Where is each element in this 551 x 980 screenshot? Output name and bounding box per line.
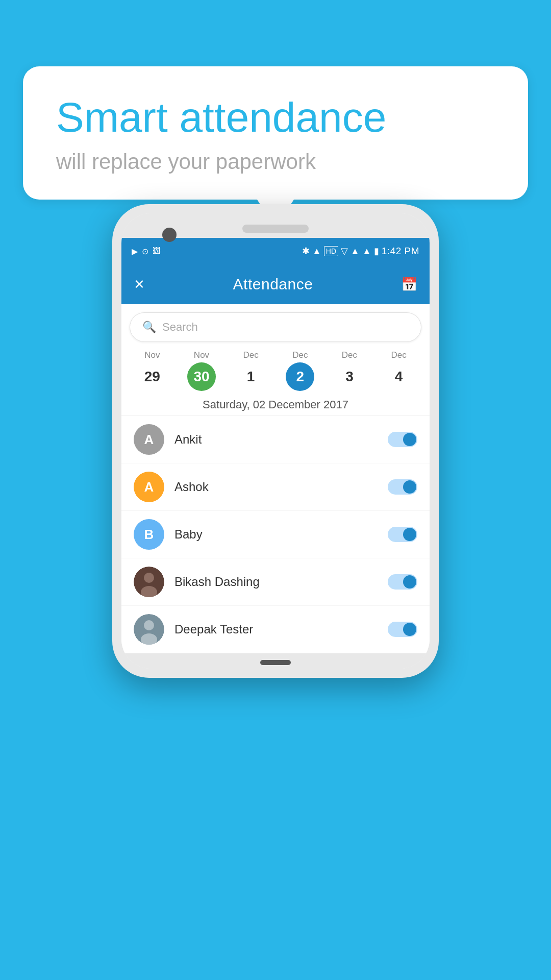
image-icon: 🖼 bbox=[153, 247, 161, 256]
toggle-bikash[interactable] bbox=[388, 574, 417, 590]
cal-day-nov29[interactable]: Nov 29 bbox=[132, 350, 172, 391]
speech-bubble: Smart attendance will replace your paper… bbox=[23, 66, 528, 200]
status-right-icons: ✱ ▲ HD ▽ ▲ ▲ ▮ 1:42 PM bbox=[302, 246, 419, 257]
svg-point-1 bbox=[144, 573, 154, 583]
svg-point-4 bbox=[144, 620, 154, 630]
signal-bars: ▲ bbox=[350, 246, 360, 257]
toggle-ankit[interactable] bbox=[388, 432, 417, 447]
student-name-ashok: Ashok bbox=[174, 480, 378, 494]
student-name-ankit: Ankit bbox=[174, 432, 378, 447]
bluetooth-icon: ✱ bbox=[302, 246, 310, 257]
phone-inner: ▶ ⊙ 🖼 ✱ ▲ HD ▽ ▲ ▲ ▮ 1:42 PM bbox=[121, 213, 430, 669]
search-placeholder: Search bbox=[162, 321, 198, 334]
student-item-deepak: Deepak Tester bbox=[121, 606, 430, 653]
student-item-ankit: A Ankit bbox=[121, 416, 430, 463]
signal-bars-2: ▲ bbox=[362, 246, 371, 257]
cal-day-nov30[interactable]: Nov 30 bbox=[181, 350, 222, 391]
student-item-baby: B Baby bbox=[121, 511, 430, 558]
app-title: Attendance bbox=[233, 276, 313, 293]
phone: ▶ ⊙ 🖼 ✱ ▲ HD ▽ ▲ ▲ ▮ 1:42 PM bbox=[112, 204, 439, 678]
phone-camera bbox=[162, 228, 177, 242]
avatar-bikash bbox=[134, 567, 164, 597]
battery-icon: ▮ bbox=[374, 246, 379, 257]
status-bar: ▶ ⊙ 🖼 ✱ ▲ HD ▽ ▲ ▲ ▮ 1:42 PM bbox=[121, 238, 430, 264]
cal-day-dec3[interactable]: Dec 3 bbox=[329, 350, 370, 391]
student-item-ashok: A Ashok bbox=[121, 463, 430, 511]
avatar-ankit: A bbox=[134, 424, 164, 455]
close-button[interactable]: ✕ bbox=[134, 277, 145, 292]
sync-icon: ⊙ bbox=[142, 247, 148, 256]
phone-speaker bbox=[242, 225, 309, 233]
toggle-baby[interactable] bbox=[388, 527, 417, 542]
toggle-ashok[interactable] bbox=[388, 479, 417, 495]
wifi-icon: ▽ bbox=[341, 246, 348, 257]
calendar-row: Nov 29 Nov 30 Dec 1 Dec bbox=[121, 346, 430, 393]
search-bar[interactable]: 🔍 Search bbox=[130, 312, 421, 342]
search-icon: 🔍 bbox=[142, 321, 156, 334]
play-icon: ▶ bbox=[132, 247, 138, 256]
avatar-ashok: A bbox=[134, 472, 164, 502]
phone-top bbox=[121, 213, 430, 238]
cal-day-dec1[interactable]: Dec 1 bbox=[231, 350, 271, 391]
avatar-deepak bbox=[134, 614, 164, 645]
app-header: ✕ Attendance 📅 bbox=[121, 264, 430, 304]
calendar-button[interactable]: 📅 bbox=[401, 277, 417, 292]
phone-container: ▶ ⊙ 🖼 ✱ ▲ HD ▽ ▲ ▲ ▮ 1:42 PM bbox=[26, 204, 525, 980]
phone-bottom bbox=[121, 653, 430, 669]
hd-badge: HD bbox=[324, 246, 338, 256]
avatar-baby: B bbox=[134, 519, 164, 550]
student-name-baby: Baby bbox=[174, 527, 378, 542]
student-item-bikash: Bikash Dashing bbox=[121, 558, 430, 606]
student-name-deepak: Deepak Tester bbox=[174, 622, 378, 636]
toggle-deepak[interactable] bbox=[388, 622, 417, 637]
selected-date-label: Saturday, 02 December 2017 bbox=[121, 393, 430, 416]
signal-icon: ▲ bbox=[312, 246, 321, 257]
bubble-subtitle: will replace your paperwork bbox=[56, 150, 495, 174]
screen: ▶ ⊙ 🖼 ✱ ▲ HD ▽ ▲ ▲ ▮ 1:42 PM bbox=[121, 238, 430, 653]
status-time: 1:42 PM bbox=[382, 246, 419, 257]
status-left-icons: ▶ ⊙ 🖼 bbox=[132, 247, 161, 256]
student-name-bikash: Bikash Dashing bbox=[174, 575, 378, 589]
bubble-title: Smart attendance bbox=[56, 94, 495, 140]
home-indicator bbox=[260, 660, 291, 665]
student-list: A Ankit A Ashok B Baby bbox=[121, 416, 430, 653]
cal-day-dec2[interactable]: Dec 2 bbox=[280, 350, 320, 391]
cal-day-dec4[interactable]: Dec 4 bbox=[379, 350, 419, 391]
